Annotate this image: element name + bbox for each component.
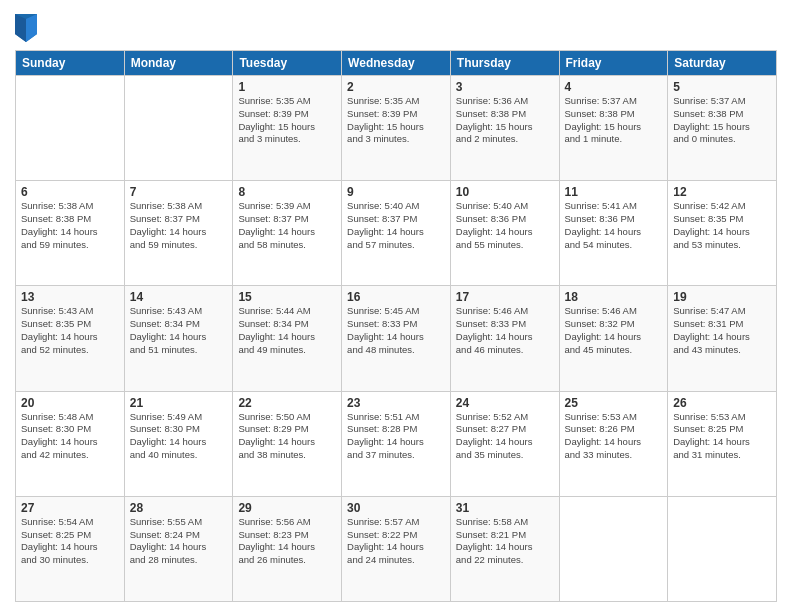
day-info: Sunrise: 5:46 AM Sunset: 8:33 PM Dayligh… bbox=[456, 305, 554, 356]
calendar-cell: 4Sunrise: 5:37 AM Sunset: 8:38 PM Daylig… bbox=[559, 76, 668, 181]
calendar-cell: 17Sunrise: 5:46 AM Sunset: 8:33 PM Dayli… bbox=[450, 286, 559, 391]
day-number: 22 bbox=[238, 396, 336, 410]
day-number: 16 bbox=[347, 290, 445, 304]
day-number: 1 bbox=[238, 80, 336, 94]
calendar-cell: 18Sunrise: 5:46 AM Sunset: 8:32 PM Dayli… bbox=[559, 286, 668, 391]
day-info: Sunrise: 5:50 AM Sunset: 8:29 PM Dayligh… bbox=[238, 411, 336, 462]
day-number: 6 bbox=[21, 185, 119, 199]
calendar-cell: 25Sunrise: 5:53 AM Sunset: 8:26 PM Dayli… bbox=[559, 391, 668, 496]
calendar-cell: 9Sunrise: 5:40 AM Sunset: 8:37 PM Daylig… bbox=[342, 181, 451, 286]
calendar-cell: 31Sunrise: 5:58 AM Sunset: 8:21 PM Dayli… bbox=[450, 496, 559, 601]
day-number: 27 bbox=[21, 501, 119, 515]
day-number: 29 bbox=[238, 501, 336, 515]
calendar-cell: 22Sunrise: 5:50 AM Sunset: 8:29 PM Dayli… bbox=[233, 391, 342, 496]
day-number: 20 bbox=[21, 396, 119, 410]
calendar-cell: 24Sunrise: 5:52 AM Sunset: 8:27 PM Dayli… bbox=[450, 391, 559, 496]
logo bbox=[15, 14, 40, 42]
day-number: 5 bbox=[673, 80, 771, 94]
page: SundayMondayTuesdayWednesdayThursdayFrid… bbox=[0, 0, 792, 612]
day-info: Sunrise: 5:57 AM Sunset: 8:22 PM Dayligh… bbox=[347, 516, 445, 567]
day-number: 18 bbox=[565, 290, 663, 304]
day-number: 4 bbox=[565, 80, 663, 94]
day-number: 30 bbox=[347, 501, 445, 515]
day-info: Sunrise: 5:39 AM Sunset: 8:37 PM Dayligh… bbox=[238, 200, 336, 251]
day-info: Sunrise: 5:51 AM Sunset: 8:28 PM Dayligh… bbox=[347, 411, 445, 462]
weekday-header-monday: Monday bbox=[124, 51, 233, 76]
day-number: 9 bbox=[347, 185, 445, 199]
day-info: Sunrise: 5:54 AM Sunset: 8:25 PM Dayligh… bbox=[21, 516, 119, 567]
day-number: 11 bbox=[565, 185, 663, 199]
day-info: Sunrise: 5:47 AM Sunset: 8:31 PM Dayligh… bbox=[673, 305, 771, 356]
header bbox=[15, 10, 777, 42]
day-info: Sunrise: 5:40 AM Sunset: 8:37 PM Dayligh… bbox=[347, 200, 445, 251]
calendar-cell: 14Sunrise: 5:43 AM Sunset: 8:34 PM Dayli… bbox=[124, 286, 233, 391]
calendar-cell bbox=[668, 496, 777, 601]
logo-icon bbox=[15, 14, 37, 42]
day-info: Sunrise: 5:35 AM Sunset: 8:39 PM Dayligh… bbox=[347, 95, 445, 146]
day-number: 7 bbox=[130, 185, 228, 199]
day-info: Sunrise: 5:55 AM Sunset: 8:24 PM Dayligh… bbox=[130, 516, 228, 567]
calendar-cell: 15Sunrise: 5:44 AM Sunset: 8:34 PM Dayli… bbox=[233, 286, 342, 391]
day-info: Sunrise: 5:46 AM Sunset: 8:32 PM Dayligh… bbox=[565, 305, 663, 356]
day-info: Sunrise: 5:43 AM Sunset: 8:34 PM Dayligh… bbox=[130, 305, 228, 356]
calendar-cell: 8Sunrise: 5:39 AM Sunset: 8:37 PM Daylig… bbox=[233, 181, 342, 286]
week-row-4: 20Sunrise: 5:48 AM Sunset: 8:30 PM Dayli… bbox=[16, 391, 777, 496]
day-number: 3 bbox=[456, 80, 554, 94]
day-number: 10 bbox=[456, 185, 554, 199]
day-number: 2 bbox=[347, 80, 445, 94]
day-number: 15 bbox=[238, 290, 336, 304]
week-row-2: 6Sunrise: 5:38 AM Sunset: 8:38 PM Daylig… bbox=[16, 181, 777, 286]
calendar-cell: 1Sunrise: 5:35 AM Sunset: 8:39 PM Daylig… bbox=[233, 76, 342, 181]
calendar-cell: 30Sunrise: 5:57 AM Sunset: 8:22 PM Dayli… bbox=[342, 496, 451, 601]
calendar-cell: 29Sunrise: 5:56 AM Sunset: 8:23 PM Dayli… bbox=[233, 496, 342, 601]
day-info: Sunrise: 5:52 AM Sunset: 8:27 PM Dayligh… bbox=[456, 411, 554, 462]
calendar-cell bbox=[16, 76, 125, 181]
calendar-cell bbox=[124, 76, 233, 181]
calendar-cell: 2Sunrise: 5:35 AM Sunset: 8:39 PM Daylig… bbox=[342, 76, 451, 181]
day-info: Sunrise: 5:44 AM Sunset: 8:34 PM Dayligh… bbox=[238, 305, 336, 356]
day-number: 12 bbox=[673, 185, 771, 199]
day-number: 24 bbox=[456, 396, 554, 410]
day-info: Sunrise: 5:49 AM Sunset: 8:30 PM Dayligh… bbox=[130, 411, 228, 462]
day-info: Sunrise: 5:45 AM Sunset: 8:33 PM Dayligh… bbox=[347, 305, 445, 356]
calendar-cell: 20Sunrise: 5:48 AM Sunset: 8:30 PM Dayli… bbox=[16, 391, 125, 496]
calendar-cell: 19Sunrise: 5:47 AM Sunset: 8:31 PM Dayli… bbox=[668, 286, 777, 391]
day-number: 28 bbox=[130, 501, 228, 515]
day-number: 21 bbox=[130, 396, 228, 410]
day-info: Sunrise: 5:38 AM Sunset: 8:37 PM Dayligh… bbox=[130, 200, 228, 251]
calendar-cell: 21Sunrise: 5:49 AM Sunset: 8:30 PM Dayli… bbox=[124, 391, 233, 496]
day-info: Sunrise: 5:37 AM Sunset: 8:38 PM Dayligh… bbox=[565, 95, 663, 146]
day-info: Sunrise: 5:37 AM Sunset: 8:38 PM Dayligh… bbox=[673, 95, 771, 146]
calendar-cell: 28Sunrise: 5:55 AM Sunset: 8:24 PM Dayli… bbox=[124, 496, 233, 601]
weekday-header-saturday: Saturday bbox=[668, 51, 777, 76]
day-info: Sunrise: 5:42 AM Sunset: 8:35 PM Dayligh… bbox=[673, 200, 771, 251]
day-number: 23 bbox=[347, 396, 445, 410]
day-info: Sunrise: 5:41 AM Sunset: 8:36 PM Dayligh… bbox=[565, 200, 663, 251]
day-info: Sunrise: 5:40 AM Sunset: 8:36 PM Dayligh… bbox=[456, 200, 554, 251]
calendar-cell: 27Sunrise: 5:54 AM Sunset: 8:25 PM Dayli… bbox=[16, 496, 125, 601]
calendar-cell: 13Sunrise: 5:43 AM Sunset: 8:35 PM Dayli… bbox=[16, 286, 125, 391]
calendar-cell: 6Sunrise: 5:38 AM Sunset: 8:38 PM Daylig… bbox=[16, 181, 125, 286]
day-number: 31 bbox=[456, 501, 554, 515]
week-row-1: 1Sunrise: 5:35 AM Sunset: 8:39 PM Daylig… bbox=[16, 76, 777, 181]
calendar-cell: 23Sunrise: 5:51 AM Sunset: 8:28 PM Dayli… bbox=[342, 391, 451, 496]
calendar-cell: 12Sunrise: 5:42 AM Sunset: 8:35 PM Dayli… bbox=[668, 181, 777, 286]
calendar-cell: 16Sunrise: 5:45 AM Sunset: 8:33 PM Dayli… bbox=[342, 286, 451, 391]
calendar-cell: 11Sunrise: 5:41 AM Sunset: 8:36 PM Dayli… bbox=[559, 181, 668, 286]
day-number: 14 bbox=[130, 290, 228, 304]
calendar-cell: 7Sunrise: 5:38 AM Sunset: 8:37 PM Daylig… bbox=[124, 181, 233, 286]
day-info: Sunrise: 5:48 AM Sunset: 8:30 PM Dayligh… bbox=[21, 411, 119, 462]
weekday-header-sunday: Sunday bbox=[16, 51, 125, 76]
day-number: 25 bbox=[565, 396, 663, 410]
calendar-cell: 5Sunrise: 5:37 AM Sunset: 8:38 PM Daylig… bbox=[668, 76, 777, 181]
weekday-header-row: SundayMondayTuesdayWednesdayThursdayFrid… bbox=[16, 51, 777, 76]
calendar-cell: 26Sunrise: 5:53 AM Sunset: 8:25 PM Dayli… bbox=[668, 391, 777, 496]
day-info: Sunrise: 5:43 AM Sunset: 8:35 PM Dayligh… bbox=[21, 305, 119, 356]
day-number: 17 bbox=[456, 290, 554, 304]
weekday-header-friday: Friday bbox=[559, 51, 668, 76]
day-info: Sunrise: 5:56 AM Sunset: 8:23 PM Dayligh… bbox=[238, 516, 336, 567]
day-info: Sunrise: 5:38 AM Sunset: 8:38 PM Dayligh… bbox=[21, 200, 119, 251]
calendar: SundayMondayTuesdayWednesdayThursdayFrid… bbox=[15, 50, 777, 602]
calendar-cell: 3Sunrise: 5:36 AM Sunset: 8:38 PM Daylig… bbox=[450, 76, 559, 181]
day-number: 26 bbox=[673, 396, 771, 410]
